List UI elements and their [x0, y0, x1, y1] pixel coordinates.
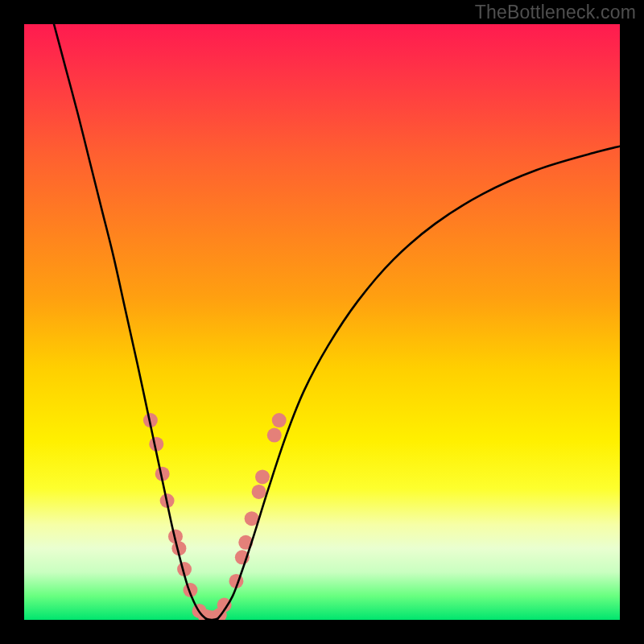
curve-lines-layer [54, 24, 620, 620]
scatter-dot [252, 485, 266, 499]
chart-container: TheBottleneck.com [0, 0, 644, 644]
scatter-dots-layer [143, 413, 287, 620]
plot-area [24, 24, 620, 620]
curve-right-curve [218, 147, 621, 619]
curve-left-curve [54, 24, 206, 619]
scatter-dot [267, 428, 282, 443]
curve-bottom-connector [206, 619, 218, 620]
scatter-dot [255, 469, 270, 484]
scatter-dot [272, 413, 287, 427]
watermark-text: TheBottleneck.com [475, 2, 636, 23]
chart-svg [24, 24, 620, 620]
